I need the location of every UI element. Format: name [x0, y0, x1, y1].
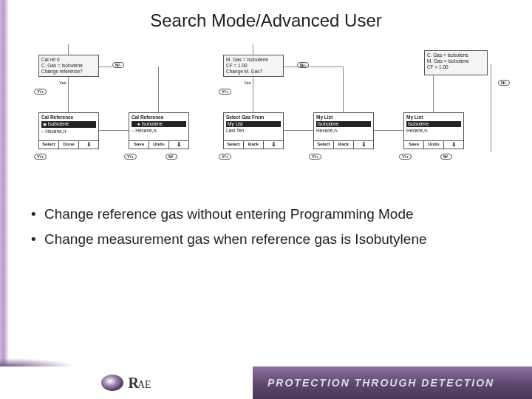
- btnrow: Select Back ⇓: [314, 140, 373, 149]
- btn-down: ⇓: [79, 141, 98, 149]
- arrow: [343, 66, 344, 112]
- key-yplus4: Y/+: [219, 89, 231, 95]
- t: C. Gas = isobutene: [41, 63, 96, 69]
- logo-swirl-icon: [101, 375, 123, 391]
- btn-down: ⇓: [444, 141, 463, 149]
- hdr: My List: [316, 115, 371, 120]
- btn-undo: Undo: [424, 141, 444, 149]
- box-mylist: My List Isobutene Hexane,n- Select Back …: [313, 112, 374, 149]
- t: CF = 1.00: [226, 63, 281, 69]
- t: M. Gas = isobutene: [427, 58, 485, 64]
- btn-down: ⇓: [264, 141, 283, 149]
- btn-back: Back: [244, 141, 264, 149]
- arrow: [158, 66, 159, 112]
- opt-hex3: Hexane,n-: [316, 128, 371, 134]
- flow-diagram: Cal ref 0 C. Gas = isobutene Change refe…: [33, 44, 516, 192]
- btn-save: Save: [404, 141, 424, 149]
- opt-mylist: My List: [226, 121, 281, 127]
- btn-down: ⇓: [169, 141, 188, 149]
- opt-iso: Isobutene: [41, 121, 96, 128]
- btn-back: Back: [334, 141, 354, 149]
- arrow: [68, 44, 69, 55]
- t: Cal ref 0: [41, 57, 96, 63]
- key-n: N/-: [112, 62, 124, 68]
- arrow: [99, 66, 112, 67]
- bullet-1: Change reference gas without entering Pr…: [31, 205, 514, 223]
- box-mylist-save: My List Isobutene Hexane,n- Save Undo ⇓: [403, 112, 464, 149]
- arrow: [68, 77, 69, 112]
- key-n2: N/-: [166, 154, 177, 160]
- opt-hex4: Hexane,n-: [406, 128, 461, 134]
- btnrow: Save Undo ⇓: [129, 140, 188, 149]
- t: Change M. Gas?: [226, 69, 281, 75]
- opt-iso3: Isobutene: [316, 121, 371, 127]
- key-yplus: Y/+: [34, 89, 47, 95]
- arrow: [491, 64, 491, 152]
- hdr: Cal Reference: [132, 115, 186, 120]
- key-yplus6: Y/+: [309, 154, 321, 160]
- arrow: [99, 130, 129, 131]
- hdr: My List: [406, 115, 461, 120]
- rae-logo: RAE: [101, 375, 151, 392]
- accent-swoosh: [0, 349, 532, 366]
- box-summary: C. Gas = isobutene M. Gas = isobutene CF…: [424, 50, 488, 75]
- t: Change reference?: [41, 69, 96, 75]
- opt-iso2: ● Isobutene: [132, 121, 186, 127]
- btn-done: Done: [59, 141, 79, 149]
- btn-down: ⇓: [354, 141, 373, 149]
- box-selectgas: Select Gas From My List Last Ten Select …: [223, 112, 284, 149]
- btn-save: Save: [129, 141, 149, 149]
- btnrow: Select Back ⇓: [224, 140, 283, 149]
- t: CF = 1.00: [427, 64, 485, 70]
- t: M. Gas = Isobutene: [226, 57, 281, 63]
- btnrow: Save Undo ⇓: [404, 140, 463, 149]
- logo-area: RAE: [0, 366, 253, 399]
- arrow: [284, 66, 343, 67]
- opt-hex: Hexane,n-: [41, 129, 96, 135]
- bullet-list: Change reference gas without entering Pr…: [31, 205, 514, 248]
- btn-select: Select: [224, 141, 244, 149]
- opt-hex2: Hexane,n-: [132, 128, 186, 134]
- arrow: [253, 44, 253, 55]
- box-mgas: M. Gas = Isobutene CF = 1.00 Change M. G…: [223, 55, 284, 77]
- hdr: Select Gas From: [226, 115, 281, 120]
- hdr: Cal Reference: [41, 115, 96, 120]
- box-calref-select: Cal Reference Isobutene Hexane,n- Select…: [38, 112, 99, 149]
- key-yplus7: Y/+: [399, 154, 412, 160]
- box-calref0: Cal ref 0 C. Gas = isobutene Change refe…: [38, 55, 99, 77]
- arrow: [253, 77, 253, 112]
- btnrow: Select Done ⇓: [39, 140, 98, 149]
- footer-tagline: PROTECTION THROUGH DETECTION: [253, 366, 532, 399]
- yes-label: Yes: [59, 81, 66, 85]
- yes-label2: Yes: [244, 81, 251, 85]
- page-title: Search Mode/Advanced User: [0, 0, 532, 31]
- arrow: [284, 130, 313, 131]
- key-n5: N/-: [440, 154, 452, 160]
- t: C. Gas = isobutene: [427, 52, 485, 58]
- key-n4: N/-: [498, 80, 510, 86]
- bullet-2: Change measurement gas when reference ga…: [31, 231, 514, 248]
- arrow: [374, 130, 403, 131]
- logo-text-ae: AE: [137, 379, 151, 390]
- key-yplus2: Y/+: [34, 154, 47, 160]
- footer-bar: RAE PROTECTION THROUGH DETECTION: [0, 366, 532, 399]
- btn-undo: Undo: [149, 141, 169, 149]
- key-yplus5: Y/+: [219, 154, 231, 160]
- btn-select: Select: [39, 141, 59, 149]
- left-gradient-sidebar: [0, 0, 9, 366]
- btn-select: Select: [314, 141, 334, 149]
- opt-lastten: Last Ten: [226, 128, 281, 134]
- opt-iso4: Isobutene: [406, 121, 461, 127]
- key-yplus3: Y/+: [124, 154, 137, 160]
- box-calref-save: Cal Reference ● Isobutene Hexane,n- Save…: [129, 112, 189, 149]
- arrow: [433, 75, 434, 112]
